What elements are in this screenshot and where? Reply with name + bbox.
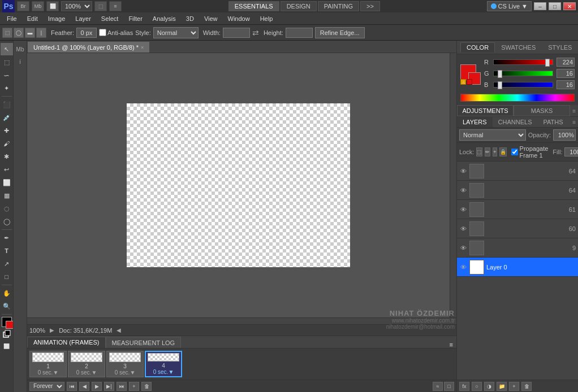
- layer-vis-64a[interactable]: 👁: [459, 167, 467, 175]
- anim-last-frame-btn[interactable]: ⏭: [117, 382, 127, 391]
- menu-image[interactable]: Image: [44, 14, 70, 23]
- color-spectrum[interactable]: [460, 94, 575, 102]
- minibrige-icon[interactable]: Mb: [32, 1, 44, 11]
- magic-wand-tool[interactable]: ✦: [1, 82, 13, 94]
- layer-vis-layer0[interactable]: 👁: [459, 263, 467, 271]
- text-tool[interactable]: T: [1, 245, 13, 257]
- bridge-icon[interactable]: Br: [17, 1, 29, 11]
- canvas-scroll-area[interactable]: [27, 53, 450, 317]
- default-colors-icon[interactable]: [2, 329, 11, 338]
- menu-help[interactable]: Help: [256, 14, 278, 23]
- col-select-icon[interactable]: |: [36, 28, 46, 38]
- g-slider[interactable]: [493, 71, 553, 76]
- menu-view[interactable]: View: [200, 14, 222, 23]
- web-safe-icon[interactable]: [467, 79, 472, 85]
- layer-row-layer0[interactable]: 👁 Layer 0: [457, 258, 578, 277]
- canvas-scrollbar-bottom[interactable]: [27, 317, 456, 324]
- lasso-tool[interactable]: ∽: [1, 69, 13, 81]
- layer-fx-btn[interactable]: fx: [459, 382, 469, 391]
- move-tool[interactable]: ↖: [1, 43, 13, 55]
- adjustments-tab[interactable]: ADJUSTMENTS: [457, 105, 514, 116]
- paths-tab[interactable]: PATHS: [538, 117, 569, 127]
- extras-icon[interactable]: ≡: [109, 1, 122, 11]
- b-slider-thumb[interactable]: [498, 81, 502, 89]
- r-slider[interactable]: [493, 59, 553, 65]
- zoom-tool[interactable]: 🔍: [1, 300, 13, 312]
- g-slider-thumb[interactable]: [498, 70, 502, 78]
- anim-frame-4[interactable]: 4 0 sec.▼: [145, 351, 182, 377]
- fill-input[interactable]: [564, 147, 578, 156]
- row-select-icon[interactable]: ▬: [25, 28, 35, 38]
- anim-frame-3[interactable]: 3 0 sec.▼: [106, 351, 144, 377]
- select-tool[interactable]: ⬚: [1, 56, 13, 68]
- frame-time-4[interactable]: 0 sec.▼: [153, 369, 174, 375]
- anim-add-frame-btn[interactable]: +: [129, 382, 139, 391]
- app-close-btn[interactable]: ✕: [563, 2, 576, 10]
- lock-position-icon[interactable]: +: [493, 147, 497, 156]
- gradient-tool[interactable]: ▦: [1, 189, 13, 202]
- anim-panel-menu[interactable]: ≡: [446, 341, 456, 348]
- frame-time-1[interactable]: 0 sec.▼: [38, 369, 59, 376]
- anim-next-frame-btn[interactable]: ▶|: [104, 382, 114, 391]
- minimize-btn[interactable]: –: [534, 2, 546, 10]
- anim-frame-1[interactable]: 1 0 sec.▼: [29, 351, 67, 377]
- anim-duplicate-btn[interactable]: □: [444, 382, 454, 391]
- refine-edge-button[interactable]: Refine Edge...: [315, 27, 365, 38]
- clone-stamp-tool[interactable]: ✱: [1, 150, 13, 163]
- swap-icon[interactable]: ⇄: [252, 28, 259, 37]
- b-value-input[interactable]: [557, 80, 575, 89]
- lock-transparent-icon[interactable]: ⬚: [476, 147, 482, 156]
- lock-image-icon[interactable]: ✏: [485, 147, 490, 156]
- opacity-input[interactable]: [553, 129, 576, 141]
- menu-file[interactable]: File: [2, 14, 21, 23]
- eraser-tool[interactable]: ⬜: [1, 176, 13, 189]
- menu-edit[interactable]: Edit: [23, 14, 42, 23]
- canvas-tab-untitled[interactable]: Untitled-1 @ 100% (Layer 0, RGB/8) * ×: [27, 41, 150, 53]
- layer-group-btn[interactable]: 📁: [497, 382, 507, 391]
- eyedropper-tool[interactable]: 💉: [1, 111, 13, 124]
- pen-tool[interactable]: ✒: [1, 232, 13, 244]
- layer-row-64a[interactable]: 👁 64: [457, 162, 578, 181]
- background-color[interactable]: [6, 321, 14, 329]
- swatches-tab[interactable]: SWATCHES: [495, 42, 542, 53]
- canvas-tab-close[interactable]: ×: [141, 45, 144, 50]
- rect-select-icon[interactable]: ⬚: [2, 28, 12, 38]
- screen-mode-icon[interactable]: ⬚: [94, 1, 107, 11]
- quick-mask-btn[interactable]: ⬜: [1, 340, 13, 352]
- layer-row-64b[interactable]: 👁 64: [457, 181, 578, 200]
- menu-select[interactable]: Select: [97, 14, 123, 23]
- cslive-btn[interactable]: CS Live ▼: [487, 1, 532, 11]
- workspace-icon[interactable]: ⬜: [46, 1, 59, 11]
- menu-filter[interactable]: Filter: [124, 14, 146, 23]
- layer-vis-64b[interactable]: 👁: [459, 186, 467, 194]
- info-icon[interactable]: i: [14, 55, 27, 68]
- menu-analysis[interactable]: Analysis: [148, 14, 180, 23]
- r-value-input[interactable]: [557, 58, 575, 67]
- layer-mask-btn[interactable]: ○: [472, 382, 482, 391]
- history-icon[interactable]: Mb: [14, 43, 27, 55]
- layer-vis-60[interactable]: 👁: [459, 225, 467, 233]
- path-select-tool[interactable]: ↗: [1, 258, 13, 270]
- layer-vis-9[interactable]: 👁: [459, 244, 467, 252]
- layer-new-btn[interactable]: +: [509, 382, 519, 391]
- gamut-warning-icon[interactable]: ⚠: [460, 79, 466, 85]
- layer-row-9[interactable]: 👁 9: [457, 238, 578, 258]
- maximize-btn[interactable]: □: [549, 2, 561, 10]
- style-select[interactable]: Normal Fixed Ratio Fixed Size: [153, 27, 199, 38]
- color-tab[interactable]: COLOR: [460, 42, 495, 53]
- anim-play-btn[interactable]: ▶: [92, 382, 102, 391]
- layer-adjustment-btn[interactable]: ◑: [484, 382, 494, 391]
- frame-time-2[interactable]: 0 sec.▼: [76, 369, 97, 376]
- r-slider-thumb[interactable]: [545, 59, 550, 67]
- propagate-checkbox[interactable]: [511, 149, 518, 155]
- zoom-select[interactable]: 100% 50% 200%: [61, 1, 92, 11]
- painting-btn[interactable]: PAINTING: [318, 1, 359, 11]
- anim-tween-btn[interactable]: ≈: [433, 382, 443, 391]
- menu-3d[interactable]: 3D: [182, 14, 199, 23]
- dodge-tool[interactable]: ◯: [1, 215, 13, 228]
- healing-brush-tool[interactable]: ✚: [1, 124, 13, 137]
- anim-delete-frame-btn[interactable]: 🗑: [141, 382, 152, 391]
- foreground-color[interactable]: [2, 317, 12, 327]
- anim-prev-frame-btn[interactable]: ◀: [79, 382, 89, 391]
- crop-tool[interactable]: ⬛: [1, 98, 13, 111]
